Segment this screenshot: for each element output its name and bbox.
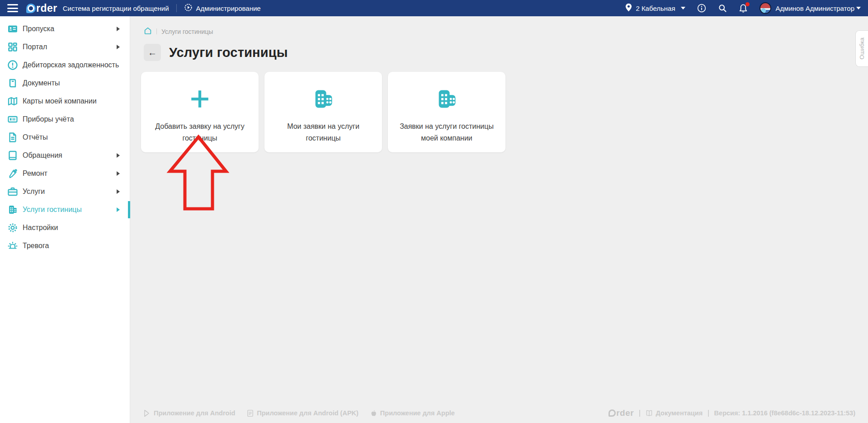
chevron-right-icon <box>117 207 120 212</box>
card-label: Заявки на услуги гостиницы моей компании <box>388 121 505 144</box>
apple-icon <box>370 409 377 417</box>
hamburger-menu-icon[interactable] <box>7 4 18 12</box>
exclamation-circle-icon <box>7 59 19 71</box>
sidebar-item-obrashcheniya[interactable]: Обращения <box>0 146 130 164</box>
documentation-label: Документация <box>656 409 703 417</box>
avatar <box>760 2 771 14</box>
map-icon <box>7 95 19 107</box>
footer-separator <box>708 410 709 417</box>
order-logo-o-icon <box>26 4 36 13</box>
android-app-link[interactable]: Приложение для Android <box>144 409 235 417</box>
card-my-hotel-requests[interactable]: Мои заявки на услуги гостиницы <box>264 72 382 152</box>
sidebar-item-label: Услуги <box>23 188 45 196</box>
info-button[interactable] <box>697 4 706 13</box>
sidebar-item-otchety[interactable]: Отчёты <box>0 128 130 146</box>
documentation-book-icon <box>646 410 653 417</box>
sidebar-item-trevoga[interactable]: Тревога <box>0 237 130 255</box>
apple-app-label: Приложение для Apple <box>380 409 455 417</box>
briefcase-icon <box>7 186 19 197</box>
error-side-tab[interactable]: Ошибка <box>855 30 868 67</box>
hotel-icon <box>435 86 458 112</box>
back-button[interactable]: ← <box>144 44 161 61</box>
sidebar-item-uslugi[interactable]: Услуги <box>0 183 130 201</box>
card-label: Добавить заявку на услугу гостиницы <box>141 121 259 144</box>
sidebar-item-debitorskaya[interactable]: Дебиторская задолженность <box>0 56 130 74</box>
card-company-hotel-requests[interactable]: Заявки на услуги гостиницы моей компании <box>388 72 505 152</box>
meter-icon <box>7 113 19 125</box>
administration-menu[interactable]: Администрирование <box>184 3 261 13</box>
sidebar-item-portal[interactable]: Портал <box>0 38 130 56</box>
error-tab-label: Ошибка <box>859 38 865 59</box>
android-app-label: Приложение для Android <box>154 409 235 417</box>
sidebar-item-nastroyki[interactable]: Настройки <box>0 219 130 237</box>
location-selector[interactable]: 2 Кабельная <box>625 3 685 13</box>
action-cards: Добавить заявку на услугу гостиницы Мои … <box>141 72 505 152</box>
alarm-icon <box>7 240 19 252</box>
navbar-divider <box>176 4 177 12</box>
chevron-right-icon <box>117 45 120 49</box>
id-card-icon <box>7 23 19 35</box>
sidebar-item-label: Ремонт <box>23 169 47 178</box>
footer-separator <box>639 410 640 417</box>
sidebar-item-propuska[interactable]: Пропуска <box>0 20 130 38</box>
admin-gear-icon <box>184 3 193 13</box>
sidebar-item-label: Карты моей компании <box>23 97 97 105</box>
documentation-link[interactable]: Документация <box>646 409 703 417</box>
page-header: ← Услуги гостиницы <box>144 44 288 61</box>
order-logo: rder <box>26 2 57 14</box>
card-label: Мои заявки на услуги гостиницы <box>264 121 382 144</box>
sidebar-item-label: Дебиторская задолженность <box>23 61 119 69</box>
sidebar-item-label: Документы <box>23 79 60 87</box>
footer: Приложение для Android Приложение для An… <box>144 408 855 418</box>
sidebar-item-label: Пропуска <box>23 25 54 33</box>
hotel-icon <box>311 86 335 112</box>
location-label: 2 Кабельная <box>636 5 675 12</box>
report-icon <box>7 132 19 143</box>
breadcrumb: Услуги гостиницы <box>144 27 213 36</box>
search-button[interactable] <box>718 4 727 13</box>
chevron-right-icon <box>117 153 120 158</box>
sidebar-item-uslugi-gostinicy[interactable]: Услуги гостиницы <box>0 201 130 219</box>
sidebar-item-label: Услуги гостиницы <box>23 206 82 214</box>
gear-icon <box>7 222 19 234</box>
screwdriver-icon <box>7 168 19 179</box>
sidebar-item-label: Настройки <box>23 224 58 232</box>
footer-order-logo-text: rder <box>616 408 634 418</box>
grid-icon <box>7 41 19 53</box>
sidebar-item-label: Портал <box>23 43 47 51</box>
sidebar-item-karty[interactable]: Карты моей компании <box>0 92 130 110</box>
book-icon <box>7 77 19 89</box>
sidebar-item-pribory[interactable]: Приборы учёта <box>0 110 130 128</box>
sidebar-item-remont[interactable]: Ремонт <box>0 164 130 183</box>
sidebar-item-label: Тревога <box>23 242 49 250</box>
app-title: Система регистрации обращений <box>63 5 169 12</box>
sidebar-item-label: Обращения <box>23 151 62 160</box>
user-menu[interactable]: Админов Администратор <box>760 2 861 14</box>
sidebar: Пропуска Портал Дебиторская задолженност… <box>0 16 130 423</box>
chevron-down-icon <box>681 7 685 9</box>
plus-icon <box>189 86 211 112</box>
sidebar-item-dokumenty[interactable]: Документы <box>0 74 130 92</box>
main-content: Услуги гостиницы ← Услуги гостиницы Доба… <box>130 16 868 423</box>
android-apk-link[interactable]: Приложение для Android (APK) <box>247 409 359 417</box>
home-icon[interactable] <box>144 27 152 36</box>
notifications-button[interactable] <box>739 4 748 13</box>
footer-order-logo-o-icon <box>609 409 616 417</box>
android-apk-label: Приложение для Android (APK) <box>257 409 359 417</box>
hotel-icon <box>7 204 19 216</box>
sidebar-item-label: Отчёты <box>23 133 48 141</box>
chevron-right-icon <box>117 27 120 31</box>
card-add-hotel-request[interactable]: Добавить заявку на услугу гостиницы <box>141 72 259 152</box>
chevron-right-icon <box>117 189 120 194</box>
footer-order-logo: rder <box>609 408 634 418</box>
notification-badge <box>745 2 750 6</box>
top-navbar: rder Система регистрации обращений Админ… <box>0 0 868 16</box>
apk-file-icon <box>247 409 254 417</box>
chevron-right-icon <box>117 171 120 176</box>
version-label: Версия: 1.1.2016 (f8e68d6c-18.12.2023-11… <box>714 409 855 417</box>
breadcrumb-current: Услуги гостиницы <box>161 28 213 35</box>
order-logo-text: rder <box>36 2 57 14</box>
google-play-icon <box>144 409 151 417</box>
sidebar-item-label: Приборы учёта <box>23 115 74 123</box>
apple-app-link[interactable]: Приложение для Apple <box>370 409 455 417</box>
